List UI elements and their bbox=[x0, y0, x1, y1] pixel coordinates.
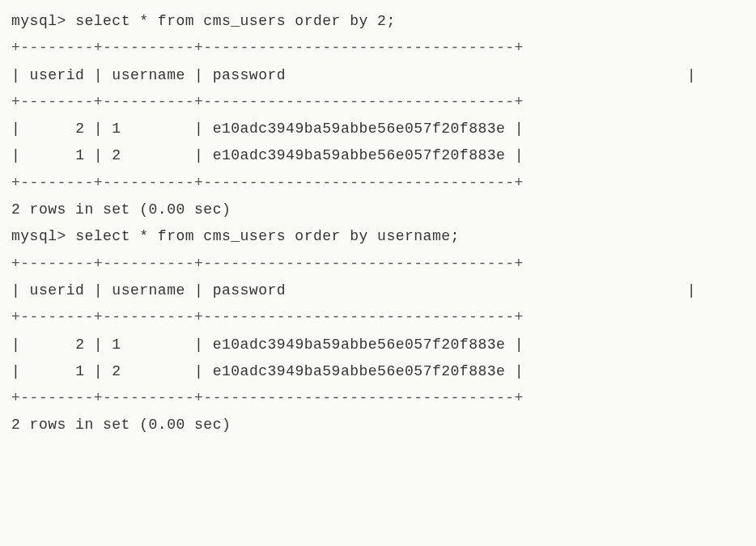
pipe-separator: | bbox=[121, 358, 213, 385]
pipe-separator: | bbox=[84, 142, 112, 169]
result-status: 2 rows in set (0.00 sec) bbox=[11, 197, 745, 223]
table-row: | 1 | 2 | e10adc3949ba59abbe56e057f20f88… bbox=[11, 358, 745, 385]
pipe-separator: | bbox=[185, 277, 213, 304]
pipe-separator: | bbox=[84, 116, 112, 142]
result-status: 2 rows in set (0.00 sec) bbox=[11, 412, 745, 438]
pipe-separator: | bbox=[286, 277, 745, 304]
table-border-top: +--------+----------+-------------------… bbox=[11, 251, 745, 277]
table-row: | 2 | 1 | e10adc3949ba59abbe56e057f20f88… bbox=[11, 116, 745, 142]
cell-password: e10adc3949ba59abbe56e057f20f883e bbox=[213, 116, 506, 142]
cell-userid: 2 bbox=[75, 116, 84, 142]
table-header-row: | userid | username | password | bbox=[11, 62, 745, 89]
pipe-separator: | bbox=[11, 62, 30, 89]
cell-username: 2 bbox=[112, 358, 121, 385]
cell-username: 1 bbox=[112, 332, 121, 358]
cell-username: 1 bbox=[112, 116, 121, 142]
pipe-separator: | bbox=[505, 358, 524, 385]
pipe-separator: | bbox=[84, 62, 112, 89]
terminal-output: mysql> select * from cms_users order by … bbox=[11, 8, 745, 439]
column-header-username: username bbox=[112, 277, 185, 304]
column-header-password: password bbox=[213, 62, 286, 89]
pipe-separator: | bbox=[505, 332, 524, 358]
table-border-mid: +--------+----------+-------------------… bbox=[11, 89, 745, 116]
query-line: mysql> select * from cms_users order by … bbox=[11, 8, 745, 35]
pipe-separator: | bbox=[11, 116, 75, 142]
column-header-password: password bbox=[213, 277, 286, 304]
pipe-separator: | bbox=[505, 142, 524, 169]
column-header-username: username bbox=[112, 62, 185, 89]
cell-password: e10adc3949ba59abbe56e057f20f883e bbox=[213, 332, 506, 358]
table-border-bottom: +--------+----------+-------------------… bbox=[11, 170, 745, 197]
table-row: | 1 | 2 | e10adc3949ba59abbe56e057f20f88… bbox=[11, 142, 745, 169]
pipe-separator: | bbox=[84, 358, 112, 385]
mysql-prompt: mysql> bbox=[11, 223, 75, 250]
pipe-separator: | bbox=[286, 62, 745, 89]
pipe-separator: | bbox=[185, 62, 213, 89]
cell-username: 2 bbox=[112, 142, 121, 169]
pipe-separator: | bbox=[11, 332, 75, 358]
cell-userid: 1 bbox=[75, 358, 84, 385]
pipe-separator: | bbox=[84, 277, 112, 304]
pipe-separator: | bbox=[11, 277, 30, 304]
table-border-mid: +--------+----------+-------------------… bbox=[11, 304, 745, 331]
table-row: | 2 | 1 | e10adc3949ba59abbe56e057f20f88… bbox=[11, 332, 745, 358]
cell-userid: 2 bbox=[75, 332, 84, 358]
pipe-separator: | bbox=[11, 358, 75, 385]
cell-userid: 1 bbox=[75, 142, 84, 169]
pipe-separator: | bbox=[121, 116, 213, 142]
pipe-separator: | bbox=[11, 142, 75, 169]
pipe-separator: | bbox=[505, 116, 524, 142]
column-header-userid: userid bbox=[30, 62, 85, 89]
pipe-separator: | bbox=[121, 142, 213, 169]
query-line: mysql> select * from cms_users order by … bbox=[11, 223, 745, 250]
table-header-row: | userid | username | password | bbox=[11, 277, 745, 304]
table-border-bottom: +--------+----------+-------------------… bbox=[11, 385, 745, 412]
column-header-userid: userid bbox=[30, 277, 85, 304]
pipe-separator: | bbox=[121, 332, 213, 358]
mysql-prompt: mysql> bbox=[11, 8, 75, 35]
sql-statement: select * from cms_users order by usernam… bbox=[75, 223, 460, 250]
sql-statement: select * from cms_users order by 2; bbox=[75, 8, 396, 35]
pipe-separator: | bbox=[84, 332, 112, 358]
cell-password: e10adc3949ba59abbe56e057f20f883e bbox=[213, 142, 506, 169]
table-border-top: +--------+----------+-------------------… bbox=[11, 35, 745, 61]
cell-password: e10adc3949ba59abbe56e057f20f883e bbox=[213, 358, 506, 385]
